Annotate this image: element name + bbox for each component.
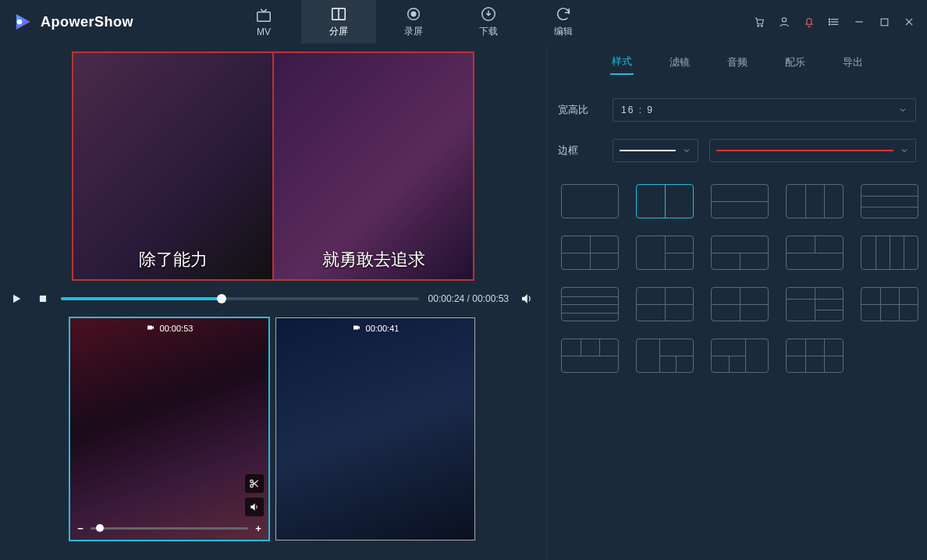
- nav-label: 编辑: [554, 25, 573, 38]
- chevron-down-icon: [898, 105, 907, 115]
- tab-bgm[interactable]: 配乐: [783, 51, 807, 74]
- svg-point-7: [758, 26, 759, 27]
- chevron-down-icon: [900, 146, 909, 155]
- layout-1top-2bot[interactable]: [711, 236, 769, 270]
- tab-style[interactable]: 样式: [610, 50, 634, 75]
- cut-button[interactable]: [245, 474, 264, 493]
- nav-edit[interactable]: 编辑: [526, 0, 601, 44]
- nav-label: 分屏: [329, 25, 348, 38]
- layout-1x3[interactable]: [786, 184, 844, 218]
- layout-mix-a[interactable]: [636, 287, 694, 321]
- app-name: ApowerShow: [41, 14, 133, 30]
- download-icon: [480, 5, 497, 23]
- svg-point-8: [762, 26, 763, 27]
- clip-tray: 00:00:53 − + 00:00:41: [0, 318, 546, 540]
- clip-duration: 00:00:53: [160, 324, 194, 333]
- svg-point-9: [782, 18, 786, 22]
- record-icon: [405, 5, 422, 23]
- title-bar: ApowerShow MV 分屏 录屏 下载 编辑: [0, 0, 927, 44]
- audio-button[interactable]: [245, 498, 264, 516]
- svg-point-5: [411, 12, 416, 16]
- seek-slider[interactable]: [61, 297, 419, 300]
- layout-3x2[interactable]: [786, 338, 844, 373]
- zoom-slider[interactable]: − +: [75, 521, 264, 535]
- layout-grid: [558, 184, 916, 373]
- camera-icon: [352, 323, 361, 334]
- clip-item[interactable]: 00:00:41: [276, 318, 474, 540]
- layout-3top-1bot[interactable]: [561, 338, 619, 373]
- nav-download[interactable]: 下载: [451, 0, 526, 44]
- close-button[interactable]: [902, 15, 916, 29]
- layout-2x3[interactable]: [861, 287, 918, 321]
- clip-duration: 00:00:41: [366, 324, 400, 333]
- aspect-value: 16 : 9: [621, 105, 654, 115]
- play-button[interactable]: [8, 290, 25, 307]
- camera-icon: [146, 323, 155, 334]
- layout-1x2[interactable]: [636, 184, 694, 218]
- stop-button[interactable]: [34, 290, 52, 307]
- svg-rect-20: [40, 296, 46, 302]
- tab-export[interactable]: 导出: [841, 51, 865, 74]
- time-total: 00:00:53: [472, 293, 509, 304]
- aspect-label: 宽高比: [558, 103, 602, 117]
- svg-point-14: [829, 21, 829, 22]
- app-logo: ApowerShow: [0, 12, 211, 32]
- layout-2x1[interactable]: [711, 184, 769, 218]
- svg-point-0: [17, 19, 23, 25]
- layout-4x1[interactable]: [561, 287, 619, 321]
- layout-1x4[interactable]: [861, 236, 918, 270]
- tv-icon: [255, 7, 272, 24]
- layout-1left-grid[interactable]: [636, 338, 694, 373]
- settings-panel: 样式 滤镜 音频 配乐 导出 宽高比 16 : 9 边框: [546, 44, 927, 560]
- aspect-select[interactable]: 16 : 9: [613, 98, 916, 122]
- bell-icon[interactable]: [802, 15, 816, 29]
- svg-point-15: [829, 24, 829, 25]
- clip-meta: 00:00:53: [70, 323, 268, 334]
- layout-mix-c[interactable]: [786, 287, 844, 321]
- cart-icon[interactable]: [752, 15, 766, 29]
- thickness-preview: [620, 150, 676, 151]
- layout-2top-1bot[interactable]: [786, 236, 844, 270]
- nav-record[interactable]: 录屏: [376, 0, 451, 44]
- panel-tabs: 样式 滤镜 音频 配乐 导出: [558, 44, 916, 81]
- nav-mv[interactable]: MV: [226, 0, 301, 44]
- playback-bar: 00:00:24 / 00:00:53: [0, 281, 546, 318]
- layout-mix-b[interactable]: [711, 287, 769, 321]
- border-color-select[interactable]: [709, 139, 916, 162]
- tab-filter[interactable]: 滤镜: [668, 51, 691, 74]
- layout-1-2[interactable]: [636, 236, 694, 270]
- user-icon[interactable]: [777, 15, 791, 29]
- layout-3x1[interactable]: [861, 184, 918, 218]
- subtitle-left: 除了能力: [73, 248, 272, 271]
- clip-thumbnail: [276, 318, 474, 540]
- preview-cell-right[interactable]: 就勇敢去追求: [272, 53, 473, 279]
- grid-icon: [330, 5, 347, 23]
- layout-2x2[interactable]: [561, 236, 619, 270]
- svg-point-13: [829, 19, 829, 19]
- nav-label: 下载: [479, 25, 498, 38]
- zoom-in-button[interactable]: +: [253, 523, 264, 533]
- nav-split[interactable]: 分屏: [301, 0, 376, 44]
- window-controls: [752, 15, 927, 29]
- color-preview: [716, 150, 893, 151]
- layout-grid-1right[interactable]: [711, 338, 769, 373]
- minimize-button[interactable]: [852, 15, 866, 29]
- svg-rect-17: [881, 19, 888, 26]
- zoom-out-button[interactable]: −: [75, 523, 86, 533]
- chevron-down-icon: [682, 146, 691, 155]
- clip-item[interactable]: 00:00:53 − +: [70, 318, 268, 540]
- subtitle-right: 就勇敢去追求: [274, 248, 473, 271]
- preview-cell-left[interactable]: 除了能力: [73, 53, 272, 279]
- tab-audio[interactable]: 音频: [726, 51, 749, 74]
- split-preview: 除了能力 就勇敢去追求: [72, 51, 474, 281]
- clip-thumbnail: [70, 318, 268, 540]
- time-display: 00:00:24 / 00:00:53: [428, 293, 509, 304]
- menu-icon[interactable]: [827, 15, 841, 29]
- layout-1x1[interactable]: [561, 184, 619, 218]
- clip-meta: 00:00:41: [276, 323, 474, 334]
- volume-button[interactable]: [518, 290, 535, 307]
- nav-label: 录屏: [404, 25, 423, 38]
- maximize-button[interactable]: [877, 15, 891, 29]
- border-thickness-select[interactable]: [613, 139, 698, 162]
- main-nav: MV 分屏 录屏 下载 编辑: [226, 0, 601, 44]
